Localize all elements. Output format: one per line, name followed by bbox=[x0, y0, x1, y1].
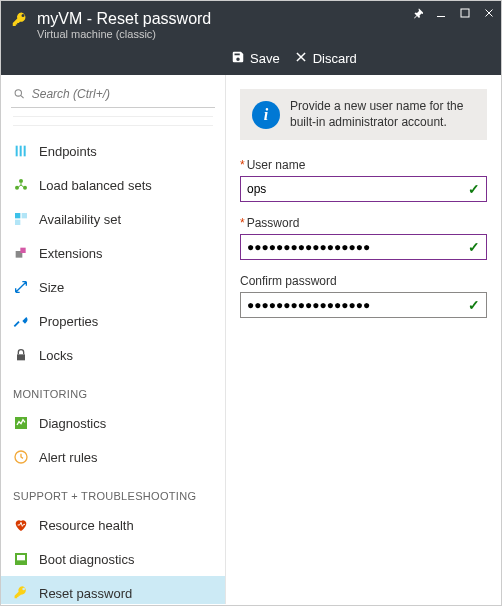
sidebar-item-label: Boot diagnostics bbox=[39, 552, 134, 567]
sidebar-item-size[interactable]: Size bbox=[1, 270, 225, 304]
info-text: Provide a new user name for the built-in… bbox=[290, 99, 475, 130]
discard-icon bbox=[294, 50, 308, 67]
discard-button[interactable]: Discard bbox=[294, 50, 357, 67]
password-input[interactable] bbox=[247, 240, 468, 254]
sidebar-item-label: Reset password bbox=[39, 586, 132, 601]
size-icon bbox=[13, 279, 29, 295]
reset-password-icon bbox=[13, 585, 29, 601]
sidebar-item-extensions[interactable]: Extensions bbox=[1, 236, 225, 270]
minimize-icon[interactable] bbox=[435, 7, 447, 22]
blade-header: myVM - Reset password Virtual machine (c… bbox=[1, 1, 501, 46]
sidebar-item-reset-password[interactable]: Reset password bbox=[1, 576, 225, 604]
svg-rect-14 bbox=[20, 248, 25, 253]
discard-label: Discard bbox=[313, 51, 357, 66]
confirm-input[interactable] bbox=[247, 298, 468, 312]
diagnostics-icon bbox=[13, 415, 29, 431]
page-subtitle: Virtual machine (classic) bbox=[37, 28, 211, 40]
svg-line-3 bbox=[21, 96, 24, 99]
extensions-icon bbox=[13, 245, 29, 261]
page-title: myVM - Reset password bbox=[37, 9, 211, 28]
key-icon bbox=[11, 11, 29, 32]
svg-rect-10 bbox=[15, 213, 20, 218]
svg-rect-19 bbox=[17, 555, 25, 560]
svg-point-7 bbox=[19, 179, 23, 183]
sidebar-item-label: Size bbox=[39, 280, 64, 295]
svg-rect-11 bbox=[22, 213, 27, 218]
sidebar-item-label: Load balanced sets bbox=[39, 178, 152, 193]
svg-rect-12 bbox=[15, 220, 20, 225]
maximize-icon[interactable] bbox=[459, 7, 471, 22]
svg-point-9 bbox=[23, 186, 27, 190]
info-box: i Provide a new user name for the built-… bbox=[240, 89, 487, 140]
svg-point-2 bbox=[15, 90, 21, 96]
locks-icon bbox=[13, 347, 29, 363]
sidebar-item-label: Alert rules bbox=[39, 450, 98, 465]
save-label: Save bbox=[250, 51, 280, 66]
section-monitoring: MONITORING bbox=[1, 372, 225, 406]
sidebar-item-label: Diagnostics bbox=[39, 416, 106, 431]
sidebar-item-availability[interactable]: Availability set bbox=[1, 202, 225, 236]
svg-rect-15 bbox=[17, 355, 25, 361]
availability-icon bbox=[13, 211, 29, 227]
sidebar-item-label: Resource health bbox=[39, 518, 134, 533]
pin-icon[interactable] bbox=[411, 7, 423, 22]
save-button[interactable]: Save bbox=[231, 50, 280, 67]
username-label: *User name bbox=[240, 158, 487, 172]
sidebar-item-label: Availability set bbox=[39, 212, 121, 227]
username-input[interactable] bbox=[247, 182, 468, 196]
search-box[interactable] bbox=[11, 85, 215, 108]
password-input-wrap[interactable]: ✓ bbox=[240, 234, 487, 260]
confirm-label: Confirm password bbox=[240, 274, 487, 288]
sidebar-item-label: Properties bbox=[39, 314, 98, 329]
alert-rules-icon bbox=[13, 449, 29, 465]
check-icon: ✓ bbox=[468, 297, 480, 313]
sidebar-item-boot-diagnostics[interactable]: Boot diagnostics bbox=[1, 542, 225, 576]
password-label: *Password bbox=[240, 216, 487, 230]
search-input[interactable] bbox=[32, 87, 215, 101]
sidebar-item-alert-rules[interactable]: Alert rules bbox=[1, 440, 225, 474]
sidebar-item-label: Endpoints bbox=[39, 144, 97, 159]
svg-rect-5 bbox=[20, 146, 22, 157]
load-balanced-icon bbox=[13, 177, 29, 193]
save-icon bbox=[231, 50, 245, 67]
sidebar-item-locks[interactable]: Locks bbox=[1, 338, 225, 372]
toolbar: Save Discard bbox=[1, 46, 501, 75]
search-icon bbox=[13, 87, 26, 101]
properties-icon bbox=[13, 313, 29, 329]
info-icon: i bbox=[252, 101, 280, 129]
close-icon[interactable] bbox=[483, 7, 495, 22]
svg-rect-6 bbox=[24, 146, 26, 157]
sidebar-item-resource-health[interactable]: Resource health bbox=[1, 508, 225, 542]
sidebar-item-label: Locks bbox=[39, 348, 73, 363]
content-panel: i Provide a new user name for the built-… bbox=[226, 75, 501, 604]
section-support: SUPPORT + TROUBLESHOOTING bbox=[1, 474, 225, 508]
overview-divider bbox=[13, 116, 213, 126]
check-icon: ✓ bbox=[468, 181, 480, 197]
svg-point-8 bbox=[15, 186, 19, 190]
confirm-input-wrap[interactable]: ✓ bbox=[240, 292, 487, 318]
sidebar-item-label: Extensions bbox=[39, 246, 103, 261]
svg-rect-4 bbox=[16, 146, 18, 157]
resource-health-icon bbox=[13, 517, 29, 533]
sidebar-item-properties[interactable]: Properties bbox=[1, 304, 225, 338]
sidebar-item-endpoints[interactable]: Endpoints bbox=[1, 134, 225, 168]
sidebar-item-diagnostics[interactable]: Diagnostics bbox=[1, 406, 225, 440]
check-icon: ✓ bbox=[468, 239, 480, 255]
endpoints-icon bbox=[13, 143, 29, 159]
boot-diagnostics-icon bbox=[13, 551, 29, 567]
svg-rect-0 bbox=[437, 16, 445, 17]
sidebar-item-load-balanced[interactable]: Load balanced sets bbox=[1, 168, 225, 202]
username-input-wrap[interactable]: ✓ bbox=[240, 176, 487, 202]
svg-rect-1 bbox=[461, 9, 469, 17]
sidebar: Endpoints Load balanced sets Availabilit… bbox=[1, 75, 226, 604]
